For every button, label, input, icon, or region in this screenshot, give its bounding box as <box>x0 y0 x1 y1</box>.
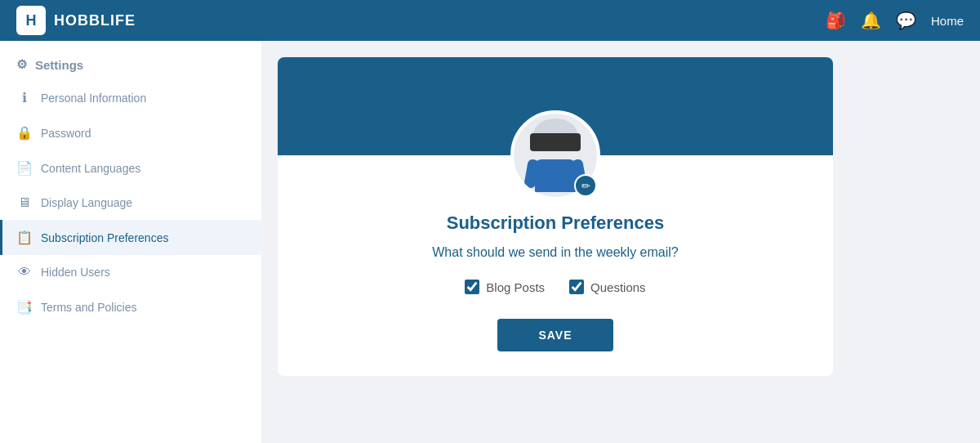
list-icon: 📋 <box>16 230 33 245</box>
sidebar-label-terms-and-policies: Terms and Policies <box>41 301 137 314</box>
sidebar-item-subscription-preferences[interactable]: 📋 Subscription Preferences <box>0 220 261 255</box>
terms-icon: 📑 <box>16 299 33 315</box>
main-content: ✏ Subscription Preferences What should w… <box>261 41 980 443</box>
checkbox-blog-posts-label: Blog Posts <box>486 280 545 294</box>
settings-icon: ⚙ <box>16 57 27 72</box>
header: H HOBBLIFE 🎒 🔔 💬 Home <box>0 0 980 41</box>
sidebar-label-hidden-users: Hidden Users <box>41 266 110 279</box>
avatar-wrapper: ✏ <box>510 110 600 200</box>
figure-headset <box>530 133 581 151</box>
chat-icon[interactable]: 💬 <box>896 11 916 30</box>
figure-body <box>535 159 576 192</box>
briefcase-icon[interactable]: 🎒 <box>826 11 846 30</box>
card-subtitle: What should we send in the weekly email? <box>310 245 800 260</box>
checkbox-blog-posts[interactable]: Blog Posts <box>465 280 545 294</box>
document-icon: 📄 <box>16 160 33 176</box>
sidebar-label-content-languages: Content Languages <box>41 162 140 175</box>
sidebar-settings-header[interactable]: ⚙ Settings <box>0 49 261 80</box>
eye-icon: 👁 <box>16 265 33 280</box>
edit-avatar-button[interactable]: ✏ <box>574 174 597 197</box>
checkboxes-row: Blog Posts Questions <box>310 280 800 294</box>
card-banner: ✏ <box>278 57 833 155</box>
sidebar-item-display-language[interactable]: 🖥 Display Language <box>0 186 261 220</box>
sidebar-item-terms-and-policies[interactable]: 📑 Terms and Policies <box>0 289 261 324</box>
sidebar-label-personal-information: Personal Information <box>41 92 146 105</box>
checkbox-questions-input[interactable] <box>569 280 584 294</box>
sidebar-label-subscription-preferences: Subscription Preferences <box>41 231 168 244</box>
card-title: Subscription Preferences <box>310 213 800 234</box>
sidebar-settings-label: Settings <box>35 58 83 72</box>
sidebar-item-content-languages[interactable]: 📄 Content Languages <box>0 150 261 186</box>
sidebar: ⚙ Settings ℹ Personal Information 🔒 Pass… <box>0 41 261 443</box>
checkbox-questions[interactable]: Questions <box>569 280 646 294</box>
header-left: H HOBBLIFE <box>16 6 136 35</box>
sidebar-item-password[interactable]: 🔒 Password <box>0 115 261 150</box>
logo-letter: H <box>26 12 37 29</box>
save-button[interactable]: SAVE <box>497 319 612 351</box>
bell-icon[interactable]: 🔔 <box>861 11 881 30</box>
info-icon: ℹ <box>16 90 33 105</box>
checkbox-blog-posts-input[interactable] <box>465 280 479 294</box>
sidebar-label-display-language: Display Language <box>41 196 132 209</box>
home-nav[interactable]: Home <box>931 14 964 28</box>
layout: ⚙ Settings ℹ Personal Information 🔒 Pass… <box>0 41 980 443</box>
sidebar-label-password: Password <box>41 127 91 140</box>
logo-text: HOBBLIFE <box>54 12 136 29</box>
sidebar-item-personal-information[interactable]: ℹ Personal Information <box>0 80 261 115</box>
lock-icon: 🔒 <box>16 125 33 141</box>
sidebar-item-hidden-users[interactable]: 👁 Hidden Users <box>0 255 261 289</box>
logo-box: H <box>16 6 46 35</box>
content-card: ✏ Subscription Preferences What should w… <box>278 57 833 376</box>
monitor-icon: 🖥 <box>16 195 33 210</box>
header-right: 🎒 🔔 💬 Home <box>826 11 964 30</box>
checkbox-questions-label: Questions <box>590 280 646 294</box>
